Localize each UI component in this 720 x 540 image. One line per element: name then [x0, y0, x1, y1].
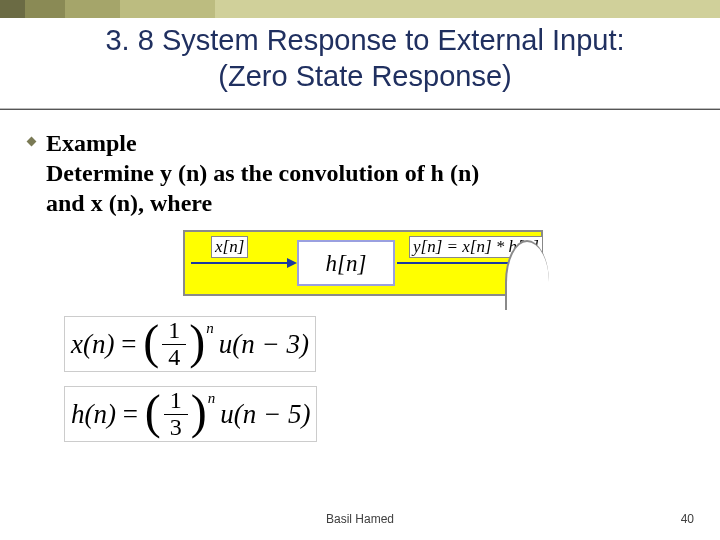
equation-x: x(n) = ( 1 4 ) n u(n − 3) — [64, 316, 316, 372]
frac-num: 1 — [164, 388, 188, 414]
arrow-in — [191, 262, 291, 264]
example-heading: Example — [46, 128, 680, 158]
footer-page-number: 40 — [681, 512, 694, 526]
lparen-icon: ( — [145, 388, 161, 436]
strip-seg — [65, 0, 120, 18]
title-line2: (Zero State Response) — [218, 60, 511, 92]
eq-h-tail: u(n − 5) — [220, 401, 310, 428]
title-underline — [0, 108, 720, 110]
eq-x-lhs: x(n) = — [71, 331, 143, 358]
bullet-icon — [27, 137, 37, 147]
frac-den: 4 — [162, 345, 186, 370]
frac-num: 1 — [162, 318, 186, 344]
prompt-line2: and x (n), where — [46, 188, 680, 218]
body: Example Determine y (n) as the convoluti… — [46, 128, 680, 456]
fraction: 1 3 — [164, 388, 188, 439]
lparen-icon: ( — [143, 318, 159, 366]
arrow-head-icon — [287, 258, 297, 268]
equation-h: h(n) = ( 1 3 ) n u(n − 5) — [64, 386, 317, 442]
system-block: h[n] — [297, 240, 395, 286]
fraction: 1 4 — [162, 318, 186, 369]
block-diagram: x[n] h[n] y[n] = x[n] * h[n] — [183, 230, 543, 296]
title-line1: 3. 8 System Response to External Input: — [105, 24, 624, 56]
strip-seg — [215, 0, 720, 18]
rparen-icon: ) — [189, 318, 205, 366]
strip-seg — [25, 0, 65, 18]
rparen-icon: ) — [191, 388, 207, 436]
frac-den: 3 — [164, 415, 188, 440]
slide-title: 3. 8 System Response to External Input: … — [30, 22, 700, 95]
top-accent-strip — [0, 0, 720, 18]
prompt-line1: Determine y (n) as the convolution of h … — [46, 158, 680, 188]
exponent: n — [206, 321, 214, 336]
strip-seg — [120, 0, 215, 18]
eq-h-lhs: h(n) = — [71, 401, 145, 428]
eq-x-tail: u(n − 3) — [219, 331, 309, 358]
strip-seg — [0, 0, 25, 18]
footer-author: Basil Hamed — [0, 512, 720, 526]
input-label: x[n] — [211, 236, 248, 258]
exponent: n — [208, 391, 216, 406]
equations: x(n) = ( 1 4 ) n u(n − 3) h(n) = ( 1 3 ) — [46, 316, 680, 442]
